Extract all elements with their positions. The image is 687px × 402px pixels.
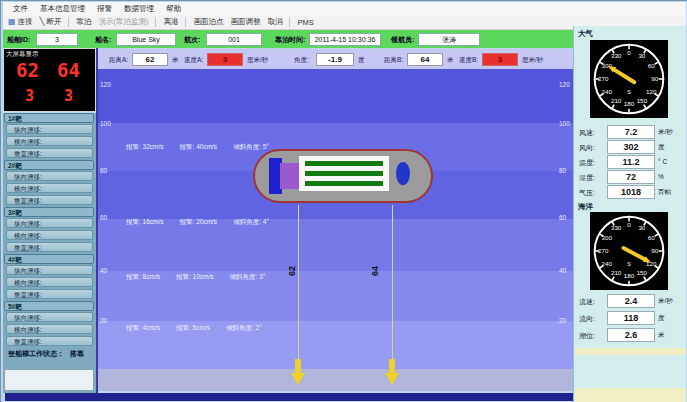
pilot-label: 领航员: [391,35,414,45]
berth-label: 靠泊 [76,17,91,27]
temperature-label: 温度: [579,158,595,168]
speed-a-value: 3 [207,53,243,66]
disconnect-button[interactable]: ╲ 断开 [40,17,62,27]
current-dir-value: 118 [607,311,655,325]
arrow-b-shaft [389,359,395,373]
bottom-frame-strip [5,393,573,401]
ship-superstructure [280,163,301,189]
ship-info-bar: 船舶ID: 3 船名: Blue Sky 航次: 001 靠泊时间: 2011-… [3,30,573,48]
ship-name-label: 船名: [95,35,111,45]
ship-name-field[interactable]: Blue Sky [116,33,176,46]
gauge-tick-label: 150 [637,269,648,276]
gauge-tick-label: 240 [601,260,612,267]
drift-item: 垂直漂移: [6,195,93,205]
gauge-tick-label: 180 [624,272,635,279]
led-speed-a: 3 [25,87,34,105]
depart-label: 离港 [163,17,178,27]
measurement-strip: 距离A: 62 米 速度A: 3 厘米/秒 角度: -1.9 度 距离B: 64… [98,49,573,69]
drift-item: 垂直漂移: [6,148,93,158]
led-distance-b: 64 [57,59,80,81]
environment-panel: 大气 0 30 60 90 120 150 180 210 240 270 30… [573,26,686,402]
current-dir-unit: 度 [658,314,665,323]
app-window: 文件 基本信息管理 报警 数据管理 帮助 ▦ 连接 ╲ 断开 靠泊 演示(靠泊监… [0,0,687,402]
led-speed-b: 3 [64,87,73,105]
alarm-thresholds-row: 报警: 16cm/s 报警: 20cm/s 倾斜角度: 4° [126,218,269,227]
scale-right-tick: 120 [559,81,570,88]
screen-adjust-button[interactable]: 画面调整 [230,17,260,27]
distance-a-label: 距离A: [109,56,128,65]
gauge-tick-label: 30 [638,224,645,231]
berthing-chart-area: 距离A: 62 米 速度A: 3 厘米/秒 角度: -1.9 度 距离B: 64… [96,48,573,393]
tilt-angle: 倾斜角度: 4° [233,218,269,227]
menu-file[interactable]: 文件 [13,4,28,14]
gangway-status-row: 登船梯工作状态： 搭靠 [5,349,98,359]
disconnect-label: 断开 [46,17,61,27]
alarm-b: 报警: 5cm/s [176,324,210,333]
humidity-unit: % [658,173,664,180]
tilt-angle: 倾斜角度: 2° [226,324,262,333]
gauge-tick-label: 60 [648,234,655,241]
drift-item: 纵向漂移: [6,265,93,275]
angle-value: -1.9 [316,53,354,66]
berth-button[interactable]: 靠泊 [76,17,91,27]
screen-berth-point-button[interactable]: 画面泊点 [193,17,223,27]
screen-adjust-label: 画面调整 [230,17,260,27]
alarm-a: 报警: 8cm/s [126,273,160,282]
target-group-1-header: 1#靶 [4,113,94,123]
current-speed-unit: 米/秒 [658,297,673,306]
menu-help[interactable]: 帮助 [166,4,181,14]
drift-item: 横向漂移: [6,183,93,193]
wind-speed-label: 风速: [579,128,595,138]
alarm-b: 报警: 10cm/s [176,273,214,282]
led-distance-a: 62 [16,59,39,81]
cms-unit: 厘米/秒 [522,56,543,65]
humidity-label: 湿度: [579,173,595,183]
alarm-thresholds-row: 报警: 4cm/s 报警: 5cm/s 倾斜角度: 2° [126,324,262,333]
wind-direction-gauge: 0 30 60 90 120 150 180 210 240 270 300 3… [590,40,668,118]
menu-data[interactable]: 数据管理 [124,4,154,14]
voyage-field[interactable]: 001 [206,33,262,46]
current-speed-label: 流速: [579,297,595,307]
drift-item: 纵向漂移: [6,171,93,181]
voyage-label: 航次: [184,35,200,45]
wind-speed-value: 7.2 [607,125,655,139]
scale-right-tick: 60 [559,214,566,221]
cms-unit: 厘米/秒 [247,56,268,65]
cancel-button[interactable]: 取消 [267,17,282,27]
alarm-a: 报警: 32cm/s [126,143,164,152]
gauge-tick-label: 300 [601,234,612,241]
menu-alarm[interactable]: 报警 [97,4,112,14]
ship-id-field[interactable]: 3 [36,33,78,46]
berth-time-label: 靠泊时间: [275,35,305,45]
connect-button[interactable]: ▦ 连接 [8,17,33,27]
berth-time-field[interactable]: 2011-4-15 10:30:36 [309,33,381,46]
menu-bar: 文件 基本信息管理 报警 数据管理 帮助 [3,2,686,15]
drift-item: 横向漂移: [6,277,93,287]
deck-hatch-stripe [305,161,383,166]
demo-monitor-label: 演示(靠泊监测) [98,17,148,27]
alarm-thresholds-row: 报警: 32cm/s 报警: 40cm/s 倾斜角度: 5° [126,143,269,152]
tilt-angle: 倾斜角度: 5° [233,143,269,152]
ship-stern-structure [396,162,410,185]
depart-button[interactable]: 离港 [163,17,178,27]
toolbar-separator [289,17,290,27]
disconnect-icon: ╲ [40,18,45,26]
distance-b-value: 64 [407,53,443,66]
sidebar-empty-box [4,369,94,391]
alarm-b: 报警: 40cm/s [180,143,218,152]
drift-item: 横向漂移: [6,136,93,146]
demo-monitor-button[interactable]: 演示(靠泊监测) [98,17,148,27]
toolbar-separator [185,17,186,27]
current-speed-value: 2.4 [607,294,655,308]
toolbar-separator [155,17,156,27]
pms-button[interactable]: PMS [297,18,313,27]
pilot-field[interactable]: 张涛 [418,33,480,46]
alarm-thresholds-row: 报警: 8cm/s 报警: 10cm/s 倾斜角度: 3° [126,273,265,282]
wind-dir-value: 302 [607,140,655,154]
drift-item: 纵向漂移: [6,312,93,322]
meter-unit: 米 [172,56,179,65]
menu-basic-info[interactable]: 基本信息管理 [40,4,85,14]
drift-item: 横向漂移: [6,324,93,334]
gauge-tick-label: 180 [624,100,635,107]
tide-level-unit: 米 [658,331,665,340]
